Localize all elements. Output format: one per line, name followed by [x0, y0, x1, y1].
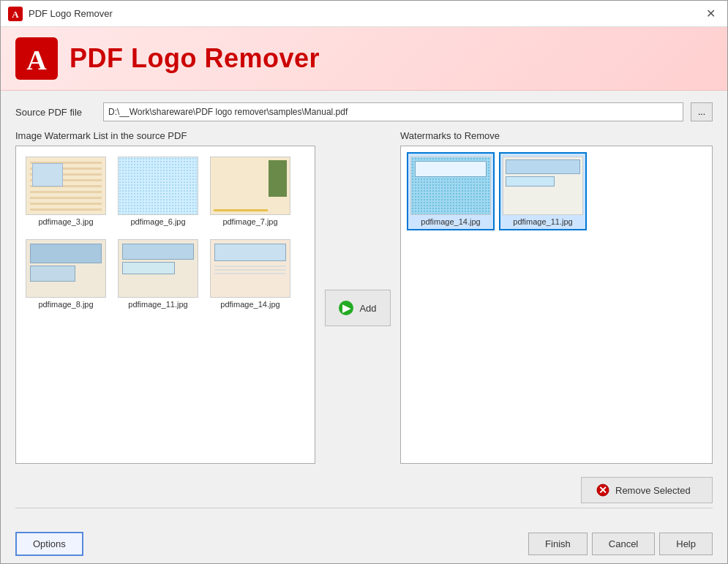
- image-filename: pdfimage_11.jpg: [513, 217, 572, 226]
- list-item[interactable]: pdfimage_6.jpg: [114, 152, 202, 230]
- thumb-preview: [119, 240, 198, 297]
- left-panel-label: Image Watermark List in the source PDF: [15, 130, 315, 141]
- image-filename: pdfimage_6.jpg: [130, 217, 185, 226]
- source-file-label: Source PDF file: [15, 107, 96, 118]
- help-label: Help: [676, 538, 696, 549]
- bottom-right-buttons: Finish Cancel Help: [528, 533, 713, 555]
- thumbnail: [210, 157, 290, 215]
- title-bar: A PDF Logo Remover ✕: [1, 1, 727, 27]
- add-button-label: Add: [359, 303, 376, 314]
- image-filename: pdfimage_7.jpg: [222, 217, 277, 226]
- left-panel: Image Watermark List in the source PDF p…: [15, 130, 315, 464]
- remove-selected-label: Remove Selected: [615, 485, 691, 496]
- source-file-row: Source PDF file ...: [15, 102, 713, 121]
- svg-text:A: A: [12, 9, 19, 20]
- image-filename: pdfimage_8.jpg: [38, 300, 93, 309]
- thumbnail: [118, 239, 198, 298]
- add-button[interactable]: ▶ Add: [325, 290, 391, 326]
- image-filename: pdfimage_11.jpg: [128, 300, 187, 309]
- finish-label: Finish: [545, 538, 571, 549]
- svg-text:A: A: [26, 45, 47, 75]
- list-item[interactable]: pdfimage_8.jpg: [22, 235, 110, 313]
- middle-panel: ▶ Add: [321, 130, 394, 464]
- list-item[interactable]: pdfimage_14.jpg: [206, 235, 294, 313]
- bottom-bar: Options Finish Cancel Help: [1, 524, 727, 563]
- image-filename: pdfimage_3.jpg: [38, 217, 93, 226]
- add-icon: ▶: [339, 301, 353, 315]
- thumbnail: [210, 239, 290, 298]
- list-item[interactable]: pdfimage_7.jpg: [206, 152, 294, 230]
- browse-button[interactable]: ...: [691, 102, 713, 121]
- left-image-list[interactable]: pdfimage_3.jpg pdfimage_6.jpg: [15, 146, 315, 464]
- thumbnail: [118, 157, 198, 215]
- thumbnail: [26, 239, 106, 298]
- header-logo-icon: A: [15, 37, 58, 80]
- title-bar-text: PDF Logo Remover: [29, 8, 113, 19]
- header-title: PDF Logo Remover: [70, 43, 320, 74]
- svg-text:✕: ✕: [598, 484, 607, 496]
- cancel-button[interactable]: Cancel: [592, 533, 655, 555]
- thumb-preview: [211, 157, 290, 214]
- image-filename: pdfimage_14.jpg: [421, 217, 480, 226]
- source-file-input[interactable]: [103, 102, 683, 121]
- thumb-preview: [503, 157, 582, 214]
- image-filename: pdfimage_14.jpg: [220, 300, 279, 309]
- thumbnail: [26, 157, 106, 215]
- thumb-preview: [411, 157, 490, 214]
- right-image-list[interactable]: pdfimage_14.jpg pdfimage_11.jpg: [400, 146, 713, 464]
- finish-button[interactable]: Finish: [528, 533, 588, 555]
- panels-area: Image Watermark List in the source PDF p…: [15, 130, 713, 464]
- options-button[interactable]: Options: [15, 532, 83, 556]
- header-banner: A PDF Logo Remover: [1, 27, 727, 91]
- thumbnail: [503, 157, 583, 215]
- remove-row: ✕ Remove Selected: [15, 473, 713, 508]
- remove-selected-button[interactable]: ✕ Remove Selected: [581, 477, 713, 503]
- title-bar-left: A PDF Logo Remover: [8, 7, 113, 21]
- app-icon: A: [8, 7, 23, 21]
- list-item[interactable]: pdfimage_11.jpg: [114, 235, 202, 313]
- main-window: A PDF Logo Remover ✕ A PDF Logo Remover …: [0, 0, 728, 564]
- thumb-preview: [26, 240, 105, 297]
- close-button[interactable]: ✕: [702, 5, 720, 22]
- help-button[interactable]: Help: [659, 533, 713, 555]
- list-item[interactable]: pdfimage_3.jpg: [22, 152, 110, 230]
- cancel-label: Cancel: [609, 538, 638, 549]
- right-panel-label: Watermarks to Remove: [400, 130, 713, 141]
- thumb-preview: [211, 240, 290, 297]
- main-content: Source PDF file ... Image Watermark List…: [1, 91, 727, 524]
- right-panel: Watermarks to Remove pdfimage_14.jpg: [400, 130, 713, 464]
- thumbnail: [410, 157, 491, 215]
- options-label: Options: [33, 538, 66, 549]
- remove-icon: ✕: [596, 484, 609, 497]
- thumb-preview: [26, 157, 105, 214]
- list-item[interactable]: pdfimage_11.jpg: [499, 152, 587, 230]
- thumb-preview: [119, 157, 198, 214]
- right-image-grid: pdfimage_14.jpg pdfimage_11.jpg: [401, 146, 712, 236]
- list-item[interactable]: pdfimage_14.jpg: [407, 152, 495, 230]
- left-image-grid: pdfimage_3.jpg pdfimage_6.jpg: [16, 146, 315, 319]
